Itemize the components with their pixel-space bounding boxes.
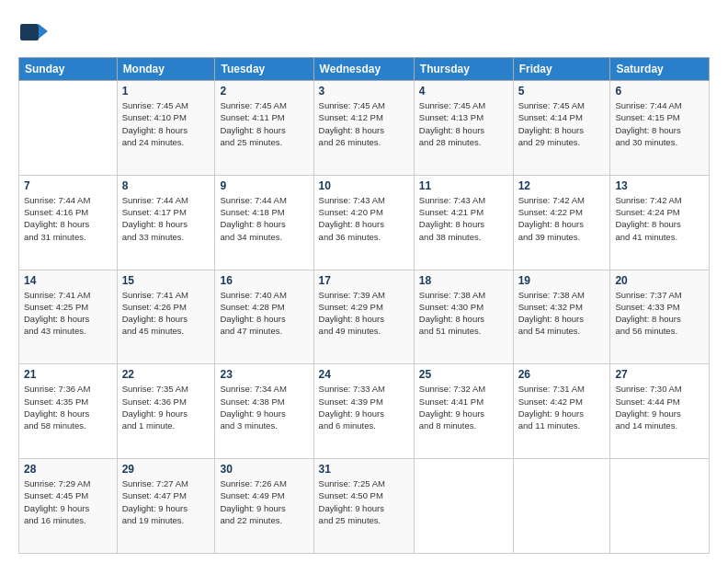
day-number: 23 — [220, 368, 308, 381]
day-info: Sunrise: 7:41 AM Sunset: 4:26 PM Dayligh… — [122, 289, 210, 338]
calendar-cell: 24Sunrise: 7:33 AM Sunset: 4:39 PM Dayli… — [313, 364, 414, 459]
day-info: Sunrise: 7:39 AM Sunset: 4:29 PM Dayligh… — [319, 289, 409, 338]
calendar-cell: 3Sunrise: 7:45 AM Sunset: 4:12 PM Daylig… — [313, 81, 414, 176]
day-number: 9 — [220, 179, 308, 192]
day-info: Sunrise: 7:44 AM Sunset: 4:17 PM Dayligh… — [122, 194, 210, 243]
day-number: 8 — [122, 179, 210, 192]
day-info: Sunrise: 7:29 AM Sunset: 4:45 PM Dayligh… — [24, 477, 112, 526]
calendar-cell: 20Sunrise: 7:37 AM Sunset: 4:33 PM Dayli… — [610, 270, 710, 364]
calendar-cell: 15Sunrise: 7:41 AM Sunset: 4:26 PM Dayli… — [117, 270, 215, 364]
calendar-cell: 25Sunrise: 7:32 AM Sunset: 4:41 PM Dayli… — [414, 364, 513, 459]
calendar-cell: 31Sunrise: 7:25 AM Sunset: 4:50 PM Dayli… — [313, 459, 414, 554]
day-number: 20 — [615, 274, 704, 287]
day-number: 26 — [518, 368, 606, 381]
calendar-cell — [19, 81, 118, 176]
calendar-header-cell: Monday — [117, 58, 215, 81]
day-number: 17 — [319, 274, 409, 287]
day-number: 29 — [122, 463, 210, 476]
day-info: Sunrise: 7:32 AM Sunset: 4:41 PM Dayligh… — [419, 383, 508, 431]
calendar-cell: 10Sunrise: 7:43 AM Sunset: 4:20 PM Dayli… — [313, 175, 414, 270]
day-info: Sunrise: 7:25 AM Sunset: 4:50 PM Dayligh… — [319, 477, 409, 526]
calendar-week-row: 1Sunrise: 7:45 AM Sunset: 4:10 PM Daylig… — [19, 81, 710, 176]
calendar-cell: 18Sunrise: 7:38 AM Sunset: 4:30 PM Dayli… — [414, 270, 513, 364]
day-number: 3 — [319, 85, 409, 98]
day-info: Sunrise: 7:37 AM Sunset: 4:33 PM Dayligh… — [615, 289, 704, 338]
day-number: 15 — [122, 274, 210, 287]
day-number: 28 — [24, 463, 112, 476]
calendar-cell: 9Sunrise: 7:44 AM Sunset: 4:18 PM Daylig… — [215, 175, 313, 270]
calendar-cell: 11Sunrise: 7:43 AM Sunset: 4:21 PM Dayli… — [414, 175, 513, 270]
day-info: Sunrise: 7:40 AM Sunset: 4:28 PM Dayligh… — [220, 289, 308, 338]
calendar-cell: 14Sunrise: 7:41 AM Sunset: 4:25 PM Dayli… — [19, 270, 118, 364]
day-number: 16 — [220, 274, 308, 287]
day-number: 31 — [319, 463, 409, 476]
calendar-cell: 5Sunrise: 7:45 AM Sunset: 4:14 PM Daylig… — [513, 81, 610, 176]
logo-icon — [18, 15, 51, 48]
calendar-cell: 17Sunrise: 7:39 AM Sunset: 4:29 PM Dayli… — [313, 270, 414, 364]
day-info: Sunrise: 7:27 AM Sunset: 4:47 PM Dayligh… — [122, 477, 210, 526]
calendar-week-row: 28Sunrise: 7:29 AM Sunset: 4:45 PM Dayli… — [19, 459, 710, 554]
calendar-cell: 27Sunrise: 7:30 AM Sunset: 4:44 PM Dayli… — [610, 364, 710, 459]
day-info: Sunrise: 7:34 AM Sunset: 4:38 PM Dayligh… — [220, 383, 308, 431]
day-info: Sunrise: 7:44 AM Sunset: 4:15 PM Dayligh… — [615, 99, 704, 148]
day-number: 2 — [220, 85, 308, 98]
calendar-cell: 6Sunrise: 7:44 AM Sunset: 4:15 PM Daylig… — [610, 81, 710, 176]
svg-marker-1 — [39, 24, 48, 39]
day-number: 14 — [24, 274, 112, 287]
calendar-cell: 28Sunrise: 7:29 AM Sunset: 4:45 PM Dayli… — [19, 459, 118, 554]
day-info: Sunrise: 7:45 AM Sunset: 4:14 PM Dayligh… — [518, 99, 606, 148]
calendar-cell: 22Sunrise: 7:35 AM Sunset: 4:36 PM Dayli… — [117, 364, 215, 459]
day-info: Sunrise: 7:41 AM Sunset: 4:25 PM Dayligh… — [24, 289, 112, 338]
day-number: 24 — [319, 368, 409, 381]
calendar-body: 1Sunrise: 7:45 AM Sunset: 4:10 PM Daylig… — [19, 81, 710, 554]
page: SundayMondayTuesdayWednesdayThursdayFrid… — [0, 0, 728, 563]
calendar-table: SundayMondayTuesdayWednesdayThursdayFrid… — [18, 57, 710, 554]
day-info: Sunrise: 7:42 AM Sunset: 4:24 PM Dayligh… — [615, 194, 704, 243]
day-info: Sunrise: 7:45 AM Sunset: 4:12 PM Dayligh… — [319, 99, 409, 148]
day-info: Sunrise: 7:45 AM Sunset: 4:13 PM Dayligh… — [419, 99, 508, 148]
calendar-cell — [414, 459, 513, 554]
day-info: Sunrise: 7:31 AM Sunset: 4:42 PM Dayligh… — [518, 383, 606, 431]
calendar-cell: 23Sunrise: 7:34 AM Sunset: 4:38 PM Dayli… — [215, 364, 313, 459]
day-info: Sunrise: 7:26 AM Sunset: 4:49 PM Dayligh… — [220, 477, 308, 526]
day-info: Sunrise: 7:45 AM Sunset: 4:10 PM Dayligh… — [122, 99, 210, 148]
calendar-cell: 30Sunrise: 7:26 AM Sunset: 4:49 PM Dayli… — [215, 459, 313, 554]
calendar-week-row: 7Sunrise: 7:44 AM Sunset: 4:16 PM Daylig… — [19, 175, 710, 270]
logo — [18, 15, 55, 48]
day-number: 13 — [615, 179, 704, 192]
day-number: 18 — [419, 274, 508, 287]
calendar-header-cell: Wednesday — [313, 58, 414, 81]
calendar-cell: 26Sunrise: 7:31 AM Sunset: 4:42 PM Dayli… — [513, 364, 610, 459]
day-info: Sunrise: 7:43 AM Sunset: 4:20 PM Dayligh… — [319, 194, 409, 243]
day-number: 10 — [319, 179, 409, 192]
calendar-header-row: SundayMondayTuesdayWednesdayThursdayFrid… — [19, 58, 710, 81]
header — [18, 15, 710, 48]
calendar-cell: 7Sunrise: 7:44 AM Sunset: 4:16 PM Daylig… — [19, 175, 118, 270]
day-number: 12 — [518, 179, 606, 192]
calendar-cell: 8Sunrise: 7:44 AM Sunset: 4:17 PM Daylig… — [117, 175, 215, 270]
day-info: Sunrise: 7:30 AM Sunset: 4:44 PM Dayligh… — [615, 383, 704, 431]
calendar-cell: 2Sunrise: 7:45 AM Sunset: 4:11 PM Daylig… — [215, 81, 313, 176]
calendar-header-cell: Tuesday — [215, 58, 313, 81]
calendar-header-cell: Sunday — [19, 58, 118, 81]
day-number: 4 — [419, 85, 508, 98]
calendar-week-row: 21Sunrise: 7:36 AM Sunset: 4:35 PM Dayli… — [19, 364, 710, 459]
calendar-cell: 1Sunrise: 7:45 AM Sunset: 4:10 PM Daylig… — [117, 81, 215, 176]
day-number: 5 — [518, 85, 606, 98]
day-number: 11 — [419, 179, 508, 192]
day-number: 30 — [220, 463, 308, 476]
calendar-week-row: 14Sunrise: 7:41 AM Sunset: 4:25 PM Dayli… — [19, 270, 710, 364]
calendar-cell: 16Sunrise: 7:40 AM Sunset: 4:28 PM Dayli… — [215, 270, 313, 364]
calendar-cell: 19Sunrise: 7:38 AM Sunset: 4:32 PM Dayli… — [513, 270, 610, 364]
day-info: Sunrise: 7:42 AM Sunset: 4:22 PM Dayligh… — [518, 194, 606, 243]
day-info: Sunrise: 7:38 AM Sunset: 4:30 PM Dayligh… — [419, 289, 508, 338]
calendar-cell: 12Sunrise: 7:42 AM Sunset: 4:22 PM Dayli… — [513, 175, 610, 270]
calendar-header-cell: Friday — [513, 58, 610, 81]
day-info: Sunrise: 7:38 AM Sunset: 4:32 PM Dayligh… — [518, 289, 606, 338]
calendar-cell — [610, 459, 710, 554]
calendar-header-cell: Thursday — [414, 58, 513, 81]
day-number: 19 — [518, 274, 606, 287]
calendar-cell: 21Sunrise: 7:36 AM Sunset: 4:35 PM Dayli… — [19, 364, 118, 459]
day-number: 25 — [419, 368, 508, 381]
day-info: Sunrise: 7:36 AM Sunset: 4:35 PM Dayligh… — [24, 383, 112, 431]
